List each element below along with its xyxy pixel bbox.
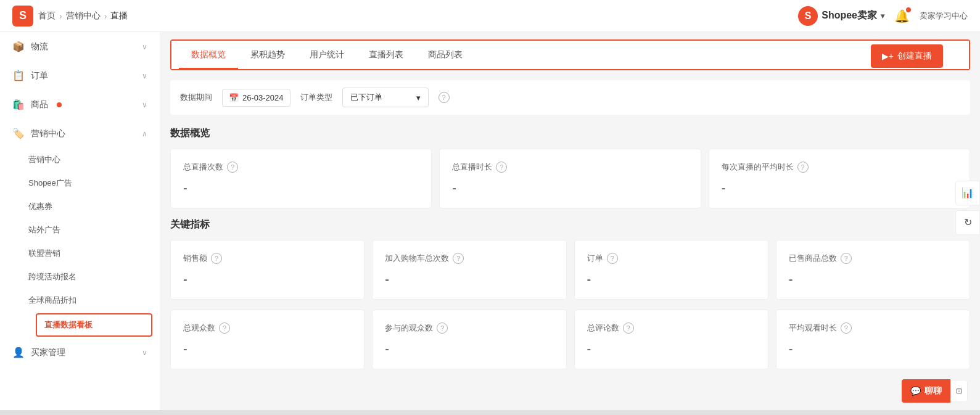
- sidebar-label-orders: 订单: [31, 70, 48, 81]
- sidebar-item-marketing[interactable]: 🏷️ 营销中心 ∧: [0, 119, 160, 148]
- chat-button[interactable]: 💬 聊聊: [902, 379, 950, 403]
- filter-row: 数据期间 📅 26-03-2024 订单类型 已下订单 ▾ ?: [170, 80, 970, 115]
- card-sales: 销售额 ? -: [170, 240, 364, 300]
- sidebar-item-logistics[interactable]: 📦 物流 ∨: [0, 32, 160, 61]
- card-total-sold-value: -: [789, 273, 957, 287]
- header: S 首页 › 营销中心 › 直播 S Shopee卖家 ▾ 🔔 卖家学习中心: [0, 0, 980, 32]
- sidebar-label-logistics: 物流: [31, 41, 48, 52]
- card-engaged-viewers: 参与的观众数 ? -: [372, 310, 566, 369]
- breadcrumb-sep2: ›: [104, 11, 107, 21]
- orders-chevron-icon: ∨: [142, 72, 147, 80]
- breadcrumb-marketing[interactable]: 营销中心: [66, 10, 101, 22]
- sidebar-sub-affiliate[interactable]: 联盟营销: [28, 242, 160, 265]
- orders-help-icon[interactable]: ?: [607, 253, 618, 264]
- total-viewers-help-icon[interactable]: ?: [219, 323, 230, 334]
- date-value: 26-03-2024: [242, 93, 284, 102]
- card-engaged-viewers-label: 参与的观众数: [385, 323, 433, 334]
- order-type-help-icon[interactable]: ?: [439, 92, 450, 103]
- sidebar-sub-marketing-center[interactable]: 营销中心: [28, 148, 160, 171]
- card-orders: 订单 ? -: [574, 240, 768, 300]
- calendar-icon: 📅: [229, 93, 239, 102]
- create-live-button[interactable]: ▶+ 创建直播: [871, 44, 943, 68]
- main-content: 数据概览 累积趋势 用户统计 直播列表 商品列表 ▶+ 创建直播 数据期间 📅 …: [160, 32, 980, 410]
- card-total-viewers: 总观众数 ? -: [170, 310, 364, 369]
- card-total-live-count-value: -: [183, 181, 419, 195]
- breadcrumb-home[interactable]: 首页: [38, 10, 56, 22]
- key-metrics-section: 关键指标 销售额 ? - 加入购物车总次数 ? -: [170, 218, 970, 369]
- date-picker[interactable]: 📅 26-03-2024: [222, 89, 290, 107]
- card-total-live-duration: 总直播时长 ? -: [439, 149, 701, 208]
- sidebar-sub-offsite-ads[interactable]: 站外广告: [28, 218, 160, 242]
- tab-bar-wrapper: 数据概览 累积趋势 用户统计 直播列表 商品列表: [170, 39, 970, 70]
- card-total-comments-label: 总评论数: [587, 323, 619, 334]
- sidebar-item-orders[interactable]: 📋 订单 ∨: [0, 61, 160, 90]
- seller-learning-center-link[interactable]: 卖家学习中心: [920, 10, 968, 22]
- shopee-logo-icon: S: [12, 6, 33, 27]
- marketing-icon: 🏷️: [12, 128, 25, 139]
- chart-float-button[interactable]: 📊: [955, 181, 980, 205]
- total-comments-help-icon[interactable]: ?: [623, 323, 634, 334]
- card-avg-live-duration-label: 每次直播的平均时长: [722, 162, 794, 173]
- key-metrics-row1: 销售额 ? - 加入购物车总次数 ? - 订单: [170, 240, 970, 300]
- card-orders-value: -: [587, 273, 756, 287]
- sidebar-sub-global-discount[interactable]: 全球商品折扣: [28, 289, 160, 312]
- avg-watch-time-help-icon[interactable]: ?: [841, 323, 852, 334]
- products-icon: 🛍️: [12, 99, 25, 110]
- chat-widget: 💬 聊聊 ⊡: [902, 379, 968, 403]
- tab-data-overview[interactable]: 数据概览: [179, 41, 238, 69]
- sidebar-sub-live-dashboard[interactable]: 直播数据看板: [36, 313, 152, 337]
- breadcrumb: 首页 › 营销中心 › 直播: [38, 10, 128, 22]
- logistics-chevron-icon: ∨: [142, 43, 147, 51]
- sidebar-sub-shopee-ads[interactable]: Shopee广告: [28, 171, 160, 195]
- sidebar-label-buyer-management: 买家管理: [31, 347, 65, 358]
- notification-dot: [906, 7, 911, 12]
- total-live-duration-help-icon[interactable]: ?: [496, 162, 507, 173]
- card-sales-value: -: [183, 273, 352, 287]
- chat-expand-button[interactable]: ⊡: [950, 380, 968, 402]
- content-area: 数据期间 📅 26-03-2024 订单类型 已下订单 ▾ ? 数据概览: [160, 70, 980, 389]
- order-type-label: 订单类型: [300, 92, 332, 103]
- marketing-chevron-icon: ∧: [142, 129, 147, 138]
- bottom-scrollbar[interactable]: [0, 410, 980, 415]
- total-sold-help-icon[interactable]: ?: [841, 253, 852, 264]
- order-type-value: 已下订单: [350, 92, 382, 103]
- tab-live-list[interactable]: 直播列表: [356, 41, 416, 69]
- date-period-label: 数据期间: [180, 92, 212, 103]
- notification-bell-icon[interactable]: 🔔: [894, 9, 910, 23]
- breadcrumb-current: 直播: [110, 10, 128, 22]
- layout: 📦 物流 ∨ 📋 订单 ∨ 🛍️ 商品 ∨ 🏷️: [0, 32, 980, 410]
- tab-product-list[interactable]: 商品列表: [416, 41, 475, 69]
- card-sales-label: 销售额: [183, 253, 207, 264]
- card-total-viewers-value: -: [183, 342, 352, 356]
- sidebar-sub-coupons[interactable]: 优惠券: [28, 195, 160, 218]
- sidebar-sub-cross-border[interactable]: 跨境活动报名: [28, 265, 160, 289]
- sidebar-item-buyer-management[interactable]: 👤 买家管理 ∨: [0, 338, 160, 367]
- buyer-management-chevron-icon: ∨: [142, 348, 147, 357]
- sales-help-icon[interactable]: ?: [211, 253, 222, 264]
- card-avg-watch-time-value: -: [789, 342, 957, 356]
- overview-cards: 总直播次数 ? - 总直播时长 ? - 每次直播: [170, 149, 970, 208]
- card-add-to-cart-label: 加入购物车总次数: [385, 253, 449, 264]
- chat-label: 聊聊: [924, 385, 942, 397]
- tab-user-stats[interactable]: 用户统计: [297, 41, 356, 69]
- sidebar-item-products[interactable]: 🛍️ 商品 ∨: [0, 90, 160, 119]
- add-to-cart-help-icon[interactable]: ?: [453, 253, 464, 264]
- engaged-viewers-help-icon[interactable]: ?: [437, 323, 448, 334]
- order-type-select[interactable]: 已下订单 ▾: [342, 88, 429, 107]
- tab-cumulative-trend[interactable]: 累积趋势: [238, 41, 297, 69]
- shopee-brand: S Shopee卖家 ▾: [798, 6, 884, 26]
- marketing-submenu: 营销中心 Shopee广告 优惠券 站外广告 联盟营销 跨境活动报名 全球商品折…: [0, 148, 160, 337]
- key-metrics-title: 关键指标: [170, 218, 970, 231]
- card-total-sold-label: 已售商品总数: [789, 253, 837, 264]
- right-float-panel: 📊 ↻: [955, 181, 980, 235]
- order-select-chevron-icon: ▾: [416, 93, 421, 102]
- shopee-brand-logo-icon: S: [798, 6, 818, 26]
- header-right: S Shopee卖家 ▾ 🔔 卖家学习中心: [798, 6, 968, 26]
- card-total-comments-value: -: [587, 342, 756, 356]
- products-dot-badge: [57, 102, 62, 107]
- brand-chevron-icon[interactable]: ▾: [881, 12, 884, 20]
- refresh-float-button[interactable]: ↻: [955, 210, 980, 235]
- avg-live-duration-help-icon[interactable]: ?: [797, 162, 809, 173]
- total-live-count-help-icon[interactable]: ?: [227, 162, 238, 173]
- orders-icon: 📋: [12, 70, 25, 81]
